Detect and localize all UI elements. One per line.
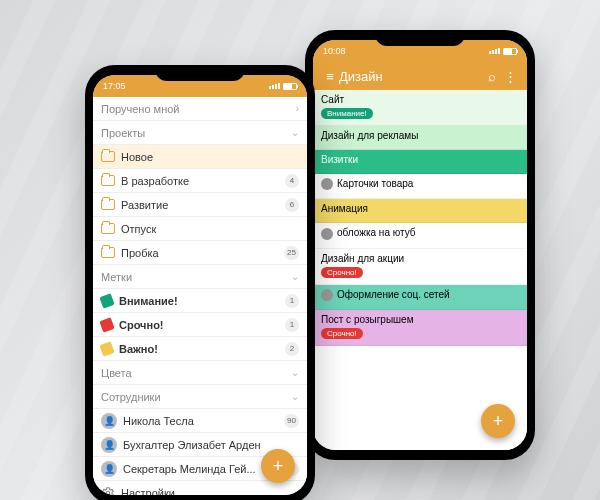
more-icon[interactable]: ⋮	[501, 69, 519, 84]
task-card[interactable]: Анимация	[313, 199, 527, 223]
task-title: Визитки	[321, 154, 519, 165]
task-title: Анимация	[321, 203, 519, 214]
signal-icon	[489, 48, 500, 54]
tag-item[interactable]: Внимание! 1	[93, 289, 307, 313]
count-badge: 90	[284, 414, 299, 428]
status-time: 17:05	[103, 81, 126, 91]
section-tags[interactable]: Метки ⌄	[93, 265, 307, 289]
project-item[interactable]: Развитие 6	[93, 193, 307, 217]
tag-icon	[99, 317, 114, 332]
gear-icon	[101, 486, 115, 496]
folder-icon	[101, 199, 115, 210]
settings-item[interactable]: Настройки	[93, 481, 307, 495]
task-title: Карточки товара	[321, 178, 519, 190]
fab-add-button[interactable]: +	[481, 404, 515, 438]
avatar: 👤	[101, 461, 117, 477]
menu-icon[interactable]: ≡	[321, 69, 339, 84]
avatar	[321, 289, 333, 301]
avatar	[321, 228, 333, 240]
avatar	[321, 178, 333, 190]
task-card[interactable]: Карточки товара	[313, 174, 527, 199]
task-card[interactable]: СайтВнимание!	[313, 90, 527, 126]
section-projects[interactable]: Проекты ⌄	[93, 121, 307, 145]
task-title: Дизайн для акции	[321, 253, 519, 264]
avatar: 👤	[101, 413, 117, 429]
task-title: Сайт	[321, 94, 519, 105]
sidebar-list[interactable]: Поручено мной › Проекты ⌄ Новое В разраб…	[93, 97, 307, 495]
chevron-down-icon: ⌄	[291, 127, 299, 138]
task-card[interactable]: Пост с розыгрышемСрочно!	[313, 310, 527, 346]
status-time: 10:08	[323, 46, 346, 56]
chevron-down-icon: ⌄	[291, 271, 299, 282]
task-list[interactable]: СайтВнимание!Дизайн для рекламыВизиткиКа…	[313, 90, 527, 450]
appbar: ≡ Дизайн ⌕ ⋮	[313, 62, 527, 90]
tag-icon	[99, 293, 114, 308]
section-colors[interactable]: Цвета ⌄	[93, 361, 307, 385]
count-badge: 1	[285, 294, 299, 308]
tag-chip: Внимание!	[321, 108, 373, 119]
section-assigned[interactable]: Поручено мной ›	[93, 97, 307, 121]
battery-icon	[503, 48, 517, 55]
tag-item[interactable]: Важно! 2	[93, 337, 307, 361]
tag-chip: Срочно!	[321, 328, 363, 339]
notch	[155, 65, 245, 81]
folder-icon	[101, 223, 115, 234]
phone-left: 17:05 Поручено мной › Проекты ⌄ Новое В …	[85, 65, 315, 500]
count-badge: 1	[285, 318, 299, 332]
signal-icon	[269, 83, 280, 89]
count-badge: 25	[284, 246, 299, 260]
search-icon[interactable]: ⌕	[483, 69, 501, 84]
fab-add-button[interactable]: +	[261, 449, 295, 483]
project-item[interactable]: В разработке 4	[93, 169, 307, 193]
folder-icon	[101, 175, 115, 186]
notch	[375, 30, 465, 46]
project-item[interactable]: Новое	[93, 145, 307, 169]
page-title: Дизайн	[339, 69, 483, 84]
svg-point-0	[106, 491, 110, 495]
task-title: обложка на ютуб	[321, 227, 519, 239]
folder-icon	[101, 247, 115, 258]
chevron-down-icon: ⌄	[291, 391, 299, 402]
task-card[interactable]: Дизайн для акцииСрочно!	[313, 249, 527, 285]
task-card[interactable]: Визитки	[313, 150, 527, 174]
battery-icon	[283, 83, 297, 90]
avatar: 👤	[101, 437, 117, 453]
task-card[interactable]: обложка на ютуб	[313, 223, 527, 248]
chevron-down-icon: ⌄	[291, 367, 299, 378]
tag-icon	[99, 341, 114, 356]
project-item[interactable]: Пробка 25	[93, 241, 307, 265]
project-item[interactable]: Отпуск	[93, 217, 307, 241]
task-card[interactable]: Дизайн для рекламы	[313, 126, 527, 150]
tag-chip: Срочно!	[321, 267, 363, 278]
folder-icon	[101, 151, 115, 162]
task-title: Пост с розыгрышем	[321, 314, 519, 325]
phone-right: 10:08 ≡ Дизайн ⌕ ⋮ СайтВнимание!Дизайн д…	[305, 30, 535, 460]
task-title: Оформление соц. сетей	[321, 289, 519, 301]
person-item[interactable]: 👤 Никола Тесла 90	[93, 409, 307, 433]
count-badge: 6	[285, 198, 299, 212]
chevron-right-icon: ›	[296, 103, 299, 114]
section-people[interactable]: Сотрудники ⌄	[93, 385, 307, 409]
task-title: Дизайн для рекламы	[321, 130, 519, 141]
task-card[interactable]: Оформление соц. сетей	[313, 285, 527, 310]
count-badge: 4	[285, 174, 299, 188]
tag-item[interactable]: Срочно! 1	[93, 313, 307, 337]
count-badge: 2	[285, 342, 299, 356]
